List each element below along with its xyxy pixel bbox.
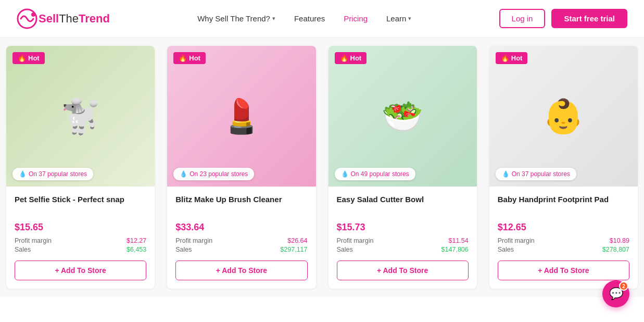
sales-label: Sales xyxy=(498,246,514,253)
sales-label: Sales xyxy=(15,246,31,253)
product-stats: Profit margin $11.54 Sales $147,806 xyxy=(337,237,469,253)
popular-badge: 💧 On 49 popular stores xyxy=(335,168,415,180)
product-price: $15.73 xyxy=(337,222,469,233)
product-stats: Profit margin $26.64 Sales $297,117 xyxy=(175,237,307,253)
profit-value: $11.54 xyxy=(449,237,469,244)
product-title: Blitz Make Up Brush Cleaner xyxy=(175,194,307,215)
sales-row: Sales $278,807 xyxy=(498,246,629,253)
product-image-p1: 🐩 🔥 Hot 💧 On 37 popular stores xyxy=(6,46,155,187)
sales-label: Sales xyxy=(337,246,353,253)
popular-badge: 💧 On 23 popular stores xyxy=(173,168,254,180)
profit-label: Profit margin xyxy=(337,237,374,244)
popular-badge: 💧 On 37 popular stores xyxy=(12,168,93,180)
sales-value: $147,806 xyxy=(441,246,469,253)
sales-row: Sales $147,806 xyxy=(337,246,469,253)
nav-features[interactable]: Features xyxy=(287,10,332,27)
product-image-p3: 🥗 🔥 Hot 💧 On 49 popular stores xyxy=(329,46,477,187)
product-info: Baby Handprint Footprint Pad $12.65 Prof… xyxy=(489,187,638,253)
product-card-p1: 🐩 🔥 Hot 💧 On 37 popular stores Pet Selfi… xyxy=(6,46,155,289)
nav-why-sell[interactable]: Why Sell The Trend? ▾ xyxy=(190,10,283,27)
profit-row: Profit margin $11.54 xyxy=(337,237,469,244)
product-card-p2: 💄 🔥 Hot 💧 On 23 popular stores Blitz Mak… xyxy=(167,46,315,289)
profit-row: Profit margin $26.64 xyxy=(175,237,307,244)
profit-value: $12.27 xyxy=(127,237,146,244)
profit-label: Profit margin xyxy=(175,237,212,244)
add-to-store-button[interactable]: + Add To Store xyxy=(498,261,629,280)
product-title: Baby Handprint Footprint Pad xyxy=(498,194,629,215)
sales-value: $297,117 xyxy=(280,246,307,253)
product-card-p4: 👶 🔥 Hot 💧 On 37 popular stores Baby Hand… xyxy=(489,46,638,289)
product-grid: 🐩 🔥 Hot 💧 On 37 popular stores Pet Selfi… xyxy=(0,38,644,297)
login-button[interactable]: Log in xyxy=(499,9,546,28)
product-image-p4: 👶 🔥 Hot 💧 On 37 popular stores xyxy=(489,46,638,187)
profit-label: Profit margin xyxy=(15,237,52,244)
add-to-store-button[interactable]: + Add To Store xyxy=(337,261,469,280)
nav-links: Why Sell The Trend? ▾ Features Pricing L… xyxy=(190,10,419,27)
nav-pricing[interactable]: Pricing xyxy=(336,10,375,27)
product-title: Pet Selfie Stick - Perfect snap xyxy=(15,194,146,215)
logo[interactable]: SellTheTrend xyxy=(17,8,110,29)
product-card-p3: 🥗 🔥 Hot 💧 On 49 popular stores Easy Sala… xyxy=(329,46,477,289)
hot-badge: 🔥 Hot xyxy=(496,52,528,64)
hot-badge: 🔥 Hot xyxy=(12,52,45,64)
nav-learn[interactable]: Learn ▾ xyxy=(379,10,419,27)
product-image-p2: 💄 🔥 Hot 💧 On 23 popular stores xyxy=(167,46,315,187)
profit-label: Profit margin xyxy=(498,237,535,244)
product-price: $12.65 xyxy=(498,222,629,233)
profit-row: Profit margin $10.89 xyxy=(498,237,629,244)
profit-value: $10.89 xyxy=(610,237,629,244)
product-info: Pet Selfie Stick - Perfect snap $15.65 P… xyxy=(6,187,155,253)
svg-point-1 xyxy=(31,13,35,17)
nav-actions: Log in Start free trial xyxy=(499,9,627,28)
product-title: Easy Salad Cutter Bowl xyxy=(337,194,469,215)
sales-label: Sales xyxy=(175,246,192,253)
logo-text: SellTheTrend xyxy=(39,12,110,26)
product-stats: Profit margin $12.27 Sales $6,453 xyxy=(15,237,146,253)
chevron-down-icon: ▾ xyxy=(272,15,275,22)
sales-value: $278,807 xyxy=(602,246,629,253)
hot-badge: 🔥 Hot xyxy=(335,52,367,64)
product-info: Easy Salad Cutter Bowl $15.73 Profit mar… xyxy=(329,187,477,253)
product-price: $33.64 xyxy=(175,222,307,233)
chevron-down-icon: ▾ xyxy=(408,15,411,22)
navbar: SellTheTrend Why Sell The Trend? ▾ Featu… xyxy=(0,0,644,38)
add-to-store-button[interactable]: + Add To Store xyxy=(15,261,146,280)
sales-row: Sales $297,117 xyxy=(175,246,307,253)
add-to-store-button[interactable]: + Add To Store xyxy=(175,261,307,280)
product-stats: Profit margin $10.89 Sales $278,807 xyxy=(498,237,629,253)
product-price: $15.65 xyxy=(15,222,146,233)
profit-value: $26.64 xyxy=(287,237,307,244)
logo-icon xyxy=(17,8,37,29)
chat-badge: 2 xyxy=(619,281,628,291)
popular-badge: 💧 On 37 popular stores xyxy=(496,168,576,180)
profit-row: Profit margin $12.27 xyxy=(15,237,146,244)
product-info: Blitz Make Up Brush Cleaner $33.64 Profi… xyxy=(167,187,315,253)
sales-row: Sales $6,453 xyxy=(15,246,146,253)
trial-button[interactable]: Start free trial xyxy=(551,9,627,28)
sales-value: $6,453 xyxy=(127,246,146,253)
hot-badge: 🔥 Hot xyxy=(173,52,206,64)
